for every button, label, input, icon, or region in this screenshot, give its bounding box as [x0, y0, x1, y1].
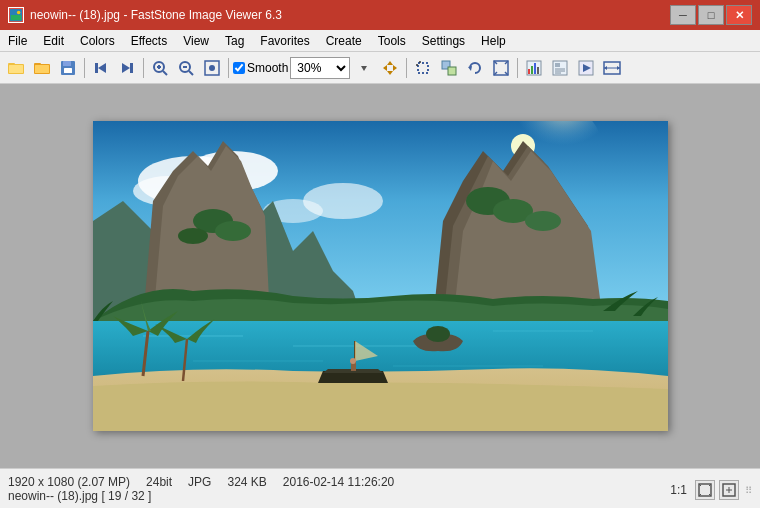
- menu-tag[interactable]: Tag: [217, 30, 252, 51]
- svg-rect-6: [9, 65, 23, 73]
- menu-view[interactable]: View: [175, 30, 217, 51]
- svg-marker-30: [393, 65, 397, 71]
- slideshow-button[interactable]: [574, 56, 598, 80]
- svg-point-67: [215, 221, 251, 241]
- svg-rect-44: [531, 66, 533, 74]
- svg-rect-46: [537, 67, 539, 74]
- rotate-button[interactable]: [463, 56, 487, 80]
- zoom-out-button[interactable]: [174, 56, 198, 80]
- image-container[interactable]: [93, 121, 668, 431]
- menu-help[interactable]: Help: [473, 30, 514, 51]
- svg-rect-79: [351, 363, 356, 371]
- title-bar: neowin-- (18).jpg - FastStone Image View…: [0, 0, 760, 30]
- image-dimensions: 1920 x 1080 (2.07 MP): [8, 475, 130, 489]
- menu-settings[interactable]: Settings: [414, 30, 473, 51]
- fit-button[interactable]: [200, 56, 224, 80]
- zoom-ratio: 1:1: [670, 483, 687, 497]
- status-line-2: neowin-- (18).jpg [ 19 / 32 ]: [8, 489, 752, 503]
- app-icon: [8, 7, 24, 23]
- next-button[interactable]: [115, 56, 139, 80]
- maximize-button[interactable]: □: [698, 5, 724, 25]
- svg-rect-43: [528, 69, 530, 74]
- svg-point-80: [350, 358, 356, 364]
- svg-rect-12: [64, 68, 72, 73]
- separator-3: [228, 58, 229, 78]
- resize-grip: ⠿: [745, 485, 752, 496]
- status-line-1: 1920 x 1080 (2.07 MP) 24bit JPG 324 KB 2…: [8, 475, 752, 489]
- svg-rect-15: [130, 63, 133, 73]
- menu-favorites[interactable]: Favorites: [252, 30, 317, 51]
- toolbar: Smooth 30% 10% 20% 25% 50% 75% 100% 200%: [0, 52, 760, 84]
- menu-effects[interactable]: Effects: [123, 30, 175, 51]
- smooth-label: Smooth: [247, 61, 288, 75]
- menu-tools[interactable]: Tools: [370, 30, 414, 51]
- save-button[interactable]: [56, 56, 80, 80]
- status-bar: 1920 x 1080 (2.07 MP) 24bit JPG 324 KB 2…: [0, 468, 760, 508]
- svg-marker-16: [122, 63, 130, 73]
- svg-point-68: [178, 228, 208, 244]
- separator-4: [406, 58, 407, 78]
- svg-rect-35: [448, 67, 456, 75]
- svg-line-20: [163, 71, 167, 75]
- menu-colors[interactable]: Colors: [72, 30, 123, 51]
- zoom-in-button[interactable]: [148, 56, 172, 80]
- fit-width-button[interactable]: [600, 56, 624, 80]
- actual-size-btn[interactable]: [719, 480, 739, 500]
- svg-marker-36: [468, 66, 472, 71]
- minimize-button[interactable]: ─: [670, 5, 696, 25]
- main-viewer: [0, 84, 760, 468]
- svg-rect-11: [63, 61, 71, 66]
- crop-button[interactable]: [411, 56, 435, 80]
- fullscreen-button[interactable]: [489, 56, 513, 80]
- separator-1: [84, 58, 85, 78]
- svg-rect-45: [534, 63, 536, 74]
- resize-button[interactable]: [437, 56, 461, 80]
- svg-marker-14: [98, 63, 106, 73]
- svg-point-2: [17, 11, 21, 15]
- file-date: 2016-02-14 11:26:20: [283, 475, 394, 489]
- svg-marker-28: [387, 71, 393, 75]
- file-size: 324 KB: [227, 475, 266, 489]
- svg-marker-29: [383, 65, 387, 71]
- menu-create[interactable]: Create: [318, 30, 370, 51]
- menu-bar: File Edit Colors Effects View Tag Favori…: [0, 30, 760, 52]
- menu-edit[interactable]: Edit: [35, 30, 72, 51]
- zoom-select[interactable]: 30% 10% 20% 25% 50% 75% 100% 200%: [290, 57, 350, 79]
- histogram-button[interactable]: [522, 56, 546, 80]
- zoom-dropdown-btn[interactable]: [352, 56, 376, 80]
- svg-point-83: [426, 326, 450, 342]
- pan-button[interactable]: [378, 56, 402, 80]
- svg-point-71: [525, 211, 561, 231]
- bit-depth: 24bit: [146, 475, 172, 489]
- window-controls: ─ □ ✕: [670, 5, 752, 25]
- smooth-checkbox-container: Smooth: [233, 61, 288, 75]
- smooth-checkbox[interactable]: [233, 62, 245, 74]
- file-format: JPG: [188, 475, 211, 489]
- window-title: neowin-- (18).jpg - FastStone Image View…: [30, 8, 282, 22]
- title-bar-left: neowin-- (18).jpg - FastStone Image View…: [8, 7, 282, 23]
- svg-rect-13: [95, 63, 98, 73]
- svg-line-23: [189, 71, 193, 75]
- close-button[interactable]: ✕: [726, 5, 752, 25]
- folder-button[interactable]: [30, 56, 54, 80]
- svg-rect-48: [555, 63, 560, 67]
- svg-rect-9: [35, 65, 49, 73]
- svg-marker-26: [361, 66, 367, 71]
- filename-info: neowin-- (18).jpg [ 19 / 32 ]: [8, 489, 151, 503]
- status-right-controls: 1:1 ⠿: [670, 480, 752, 500]
- info-button[interactable]: [548, 56, 572, 80]
- separator-5: [517, 58, 518, 78]
- menu-file[interactable]: File: [0, 30, 35, 51]
- prev-button[interactable]: [89, 56, 113, 80]
- svg-point-25: [209, 65, 215, 71]
- svg-marker-27: [387, 61, 393, 65]
- svg-rect-31: [418, 63, 428, 73]
- separator-2: [143, 58, 144, 78]
- fit-to-window-btn[interactable]: [695, 480, 715, 500]
- open-button[interactable]: [4, 56, 28, 80]
- image-display: [93, 121, 668, 431]
